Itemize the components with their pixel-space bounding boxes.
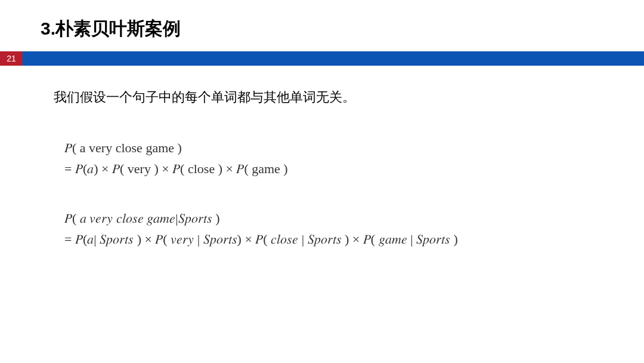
header-bar: 21 [0,51,644,66]
page-number: 21 [0,51,23,66]
formula-block-2: 𝑃( 𝑎 𝑣𝑒𝑟𝑦 𝑐𝑙𝑜𝑠𝑒 𝑔𝑎𝑚𝑒|𝑆𝑝𝑜𝑟𝑡𝑠 ) = 𝑃(𝑎| 𝑆𝑝𝑜… [64,208,458,250]
intro-text: 我们假设一个句子中的每个单词都与其他单词无关。 [54,88,355,106]
formula-1-line-2: = 𝑃(𝑎) × 𝑃( very ) × 𝑃( close ) × 𝑃( gam… [64,158,288,179]
formula-2-line-1: 𝑃( 𝑎 𝑣𝑒𝑟𝑦 𝑐𝑙𝑜𝑠𝑒 𝑔𝑎𝑚𝑒|𝑆𝑝𝑜𝑟𝑡𝑠 ) [64,208,458,229]
formula-1-line-1: 𝑃( a very close game ) [64,137,288,158]
header-blue-bar [23,51,644,66]
formula-block-1: 𝑃( a very close game ) = 𝑃(𝑎) × 𝑃( very … [64,137,288,179]
slide-heading: 3.朴素贝叶斯案例 [41,17,181,41]
formula-2-line-2: = 𝑃(𝑎| 𝑆𝑝𝑜𝑟𝑡𝑠 ) × 𝑃( 𝑣𝑒𝑟𝑦 | 𝑆𝑝𝑜𝑟𝑡𝑠) × 𝑃(… [64,229,458,250]
